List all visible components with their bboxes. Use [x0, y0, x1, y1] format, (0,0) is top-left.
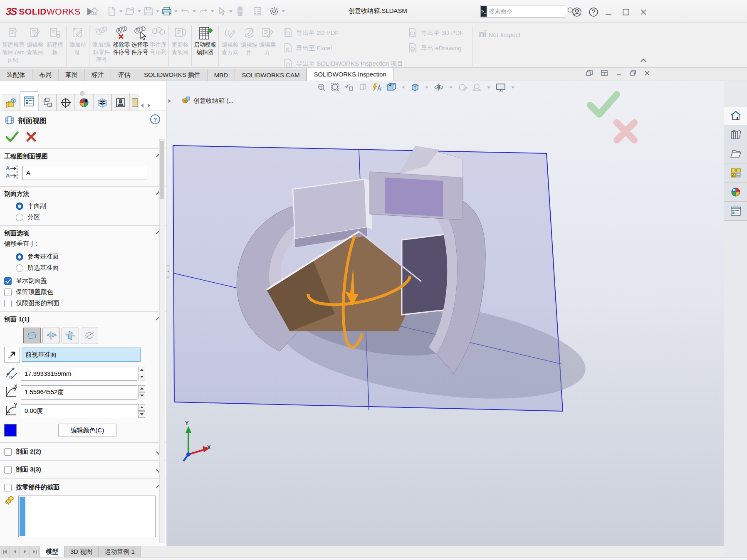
view-settings-icon[interactable] — [495, 82, 506, 92]
previous-view-icon[interactable] — [344, 82, 354, 92]
new-document-caret[interactable] — [119, 10, 123, 12]
tab-mbd[interactable]: MBD — [208, 69, 235, 81]
panel-grip-dot[interactable] — [80, 91, 84, 96]
manager-tab-scroll-right[interactable] — [146, 101, 152, 111]
panel-grip[interactable] — [0, 81, 166, 89]
section1-header[interactable]: 剖面 1(1) — [0, 312, 166, 326]
view-palette-button[interactable] — [724, 163, 747, 183]
next-tab-button[interactable] — [20, 546, 30, 557]
first-tab-button[interactable] — [0, 546, 10, 557]
section-plane-reference-field[interactable]: 前视基准面 — [22, 348, 141, 362]
select-balloon-button[interactable]: 选择零件序号 — [131, 25, 149, 67]
radio-planar-row[interactable]: 平面副 — [12, 200, 166, 212]
new-inspection-project-button[interactable]: 新建检查项目 (amp;N) — [2, 25, 25, 67]
apply-scene-caret[interactable] — [487, 86, 490, 89]
reference-plane-radio[interactable] — [16, 253, 23, 261]
select-cursor-icon[interactable] — [215, 5, 228, 17]
planar-radio[interactable] — [16, 202, 23, 210]
tab-markup[interactable]: 标注 — [85, 69, 111, 81]
section3-checkbox[interactable] — [4, 466, 12, 474]
offset-distance-up[interactable] — [138, 367, 145, 373]
cam-manager-tab[interactable] — [130, 94, 139, 111]
per-component-checkbox[interactable] — [4, 484, 12, 491]
offset-distance-down[interactable] — [138, 374, 145, 380]
section-color-swatch[interactable] — [4, 424, 17, 437]
new-window-icon[interactable] — [586, 70, 593, 78]
search-input[interactable] — [487, 8, 567, 15]
edit-color-button[interactable]: 编辑颜色(C) — [58, 424, 116, 437]
restore-document-icon[interactable] — [630, 70, 636, 78]
print-icon[interactable] — [161, 5, 173, 17]
checklist-icon[interactable] — [251, 5, 264, 17]
redo-icon[interactable] — [197, 5, 210, 17]
new-template-button[interactable]: 新建模板 — [45, 25, 65, 67]
export-excel-item[interactable]: 导出至 Excel — [280, 42, 404, 54]
radio-selected-plane-row[interactable]: 所选基准面 — [12, 262, 166, 274]
undo-icon[interactable] — [179, 5, 191, 17]
view-settings-caret[interactable] — [511, 86, 514, 89]
panel-scrollbar[interactable] — [159, 139, 165, 543]
graphics-only-checkbox[interactable] — [4, 300, 12, 307]
show-section-cap-row[interactable]: 显示剖面盖 — [0, 275, 166, 286]
annotations-icon[interactable] — [371, 82, 382, 92]
offset-distance-input[interactable] — [21, 367, 137, 381]
graphics-only-row[interactable]: 仅限图形的剖面 — [0, 298, 166, 309]
keep-cap-color-row[interactable]: 保留顶盖颜色 — [0, 286, 166, 298]
flyout-expand-icon[interactable] — [168, 99, 171, 103]
print-caret[interactable] — [174, 10, 178, 12]
minimize-window-icon[interactable] — [602, 6, 615, 18]
configurationmanager-tab[interactable] — [38, 94, 57, 111]
pill-toggle-icon[interactable] — [234, 5, 246, 17]
close-document-icon[interactable] — [644, 70, 651, 78]
undo-caret[interactable] — [193, 10, 196, 12]
edit-operation-button[interactable]: 编辑操作 — [240, 25, 258, 67]
appearances-scenes-button[interactable] — [724, 183, 747, 202]
section3-header[interactable]: 剖面 3(3) — [0, 461, 166, 478]
previous-tab-button[interactable] — [10, 546, 20, 557]
net-inspect-group[interactable]: ni Net-Inspect — [474, 25, 524, 67]
launch-template-editor-button[interactable]: 启动模板编辑器 — [193, 25, 217, 67]
collapse-ribbon-icon[interactable] — [641, 59, 646, 64]
display-style-caret[interactable] — [425, 86, 428, 89]
select-caret[interactable] — [229, 10, 233, 12]
add-edit-balloon-button[interactable]: 添加/编辑零件序号 — [91, 25, 112, 67]
hide-show-items-caret[interactable] — [449, 86, 453, 89]
new-document-icon[interactable] — [106, 5, 118, 17]
featuremanager-tree-tab[interactable] — [2, 94, 20, 111]
component-selection-listbox[interactable] — [18, 496, 156, 537]
section2-header[interactable]: 剖面 2(2) — [0, 443, 166, 460]
save-icon[interactable] — [142, 5, 155, 17]
y-rotation-up[interactable] — [138, 404, 145, 411]
show-section-cap-checkbox[interactable] — [4, 277, 12, 285]
zonal-radio[interactable] — [16, 214, 23, 221]
radio-zonal-row[interactable]: 分区 — [12, 212, 166, 223]
top-plane-button[interactable] — [42, 328, 60, 343]
export-edrawing-item[interactable]: 导出 eDrawing — [404, 42, 471, 54]
export-3d-pdf-item[interactable]: 导出至 3D PDF — [404, 27, 471, 39]
y-rotation-input[interactable] — [21, 404, 137, 418]
per-component-header[interactable]: 按零部件的截面 — [0, 479, 166, 494]
minimize-document-icon[interactable] — [616, 70, 622, 78]
x-rotation-down[interactable] — [138, 392, 145, 399]
update-inspection-project-button[interactable]: 更新检查项目 — [170, 25, 190, 67]
edit-inspection-method-button[interactable]: 编辑检查方式 — [220, 25, 240, 67]
apply-scene-icon[interactable] — [471, 82, 482, 92]
tab-layout[interactable]: 布局 — [32, 69, 59, 81]
keep-cap-color-checkbox[interactable] — [4, 289, 12, 296]
edit-vendor-button[interactable]: 编辑卖方 — [258, 25, 277, 67]
options-caret[interactable] — [282, 10, 285, 12]
design-library-button[interactable] — [724, 125, 747, 144]
open-caret[interactable] — [138, 10, 141, 12]
tab-solidworks-cam[interactable]: SOLIDWORKS CAM — [235, 69, 307, 81]
section-view-caret[interactable] — [402, 86, 405, 89]
open-icon[interactable] — [124, 5, 136, 17]
section-options-header[interactable]: 剖面选项 — [0, 226, 166, 240]
x-rotation-input[interactable] — [21, 385, 137, 400]
balloon-sequence-button[interactable]: 零件序号序列 — [149, 25, 167, 67]
section-label-input[interactable] — [22, 166, 147, 180]
tab-solidworks-addins[interactable]: SOLIDWORKS 插件 — [137, 69, 208, 81]
account-icon[interactable] — [571, 6, 583, 18]
options-gear-icon[interactable] — [268, 5, 280, 17]
search-command-box[interactable]: >_ — [480, 5, 565, 17]
home-icon[interactable] — [88, 5, 101, 17]
